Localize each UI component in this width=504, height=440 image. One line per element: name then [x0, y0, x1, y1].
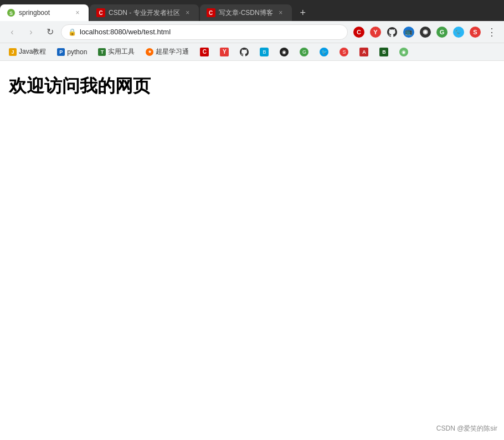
browser-chrome: S springboot × C CSDN - 专业开发者社区 × C 写文章-… — [0, 0, 504, 61]
ext-icon-dark[interactable]: ◉ — [418, 24, 433, 40]
bird-ext-icon: 🐦 — [453, 27, 464, 38]
csdn-ext-icon: C — [353, 27, 364, 38]
page-content: 欢迎访问我的网页 CSDN @爱笑的陈sir — [0, 61, 504, 440]
python-favicon: P — [57, 48, 65, 56]
reload-button[interactable]: ↻ — [42, 24, 58, 40]
green-ext-icon: G — [436, 27, 448, 38]
reload-icon: ↻ — [47, 27, 54, 37]
bookmark-github[interactable] — [235, 46, 253, 58]
chaoxing-icon: ★ — [146, 48, 153, 56]
forward-button[interactable]: › — [23, 24, 39, 40]
tab-bar: S springboot × C CSDN - 专业开发者社区 × C 写文章-… — [0, 0, 504, 21]
tab-csdn-close[interactable]: × — [183, 8, 192, 17]
back-button[interactable]: ‹ — [4, 24, 20, 40]
tv-ext-icon: 📺 — [403, 27, 414, 38]
tools-icon: T — [98, 48, 106, 56]
bookmark-tools[interactable]: T 实用工具 — [94, 45, 139, 58]
forward-icon: › — [29, 27, 32, 37]
menu-icon: ⋮ — [487, 26, 497, 38]
csdn-favicon-icon: C — [96, 8, 105, 17]
tab-csdn[interactable]: C CSDN - 专业开发者社区 × — [90, 4, 199, 21]
bookmark-b-green[interactable]: B — [375, 46, 393, 58]
bookmark-dark-circle[interactable]: ◉ — [275, 46, 293, 58]
chaoxing-favicon: ★ — [146, 48, 153, 56]
tab-write-close[interactable]: × — [276, 8, 285, 17]
bookmarks-bar: J Java教程 P python T 实用工具 ★ 超星学习通 C — [0, 43, 504, 61]
tab-write[interactable]: C 写文章-CSDN博客 × — [200, 4, 292, 21]
bm-red-icon: S — [340, 48, 348, 56]
bookmark-last-green[interactable]: ◉ — [395, 46, 413, 58]
bookmark-blue-bird[interactable]: 🐦 — [315, 46, 333, 58]
bookmark-python[interactable]: P python — [53, 46, 91, 58]
tab-write-title: 写文章-CSDN博客 — [219, 8, 273, 18]
python-icon: P — [57, 48, 65, 56]
bm-bird-icon: 🐦 — [320, 48, 328, 56]
ext-icon-bird[interactable]: 🐦 — [451, 24, 466, 40]
tab-springboot[interactable]: S springboot × — [0, 4, 89, 21]
bookmark-tools-label: 实用工具 — [108, 47, 135, 56]
bookmark-green-circle[interactable]: G — [295, 46, 313, 58]
bookmark-python-label: python — [67, 48, 87, 56]
bm-logo-a-icon: A — [359, 48, 368, 56]
bm-b-icon: B — [379, 48, 388, 56]
dark-ext-icon: ◉ — [420, 27, 431, 38]
java-favicon: J — [9, 48, 17, 56]
lock-icon: 🔒 — [68, 28, 76, 36]
bm-dark-icon: ◉ — [280, 48, 289, 56]
bookmark-chaoxing[interactable]: ★ 超星学习通 — [141, 45, 193, 58]
back-icon: ‹ — [11, 27, 13, 37]
bookmark-java[interactable]: J Java教程 — [4, 45, 50, 58]
bookmark-csdn-icon[interactable]: C — [196, 46, 213, 58]
bookmark-java-label: Java教程 — [19, 47, 46, 56]
bookmark-chaoxing-label: 超星学习通 — [156, 47, 189, 56]
bookmark-logo-a[interactable]: A — [355, 46, 373, 58]
yushu-ext-icon: Y — [370, 27, 381, 38]
springboot-favicon: S — [7, 8, 16, 17]
tools-favicon: T — [98, 48, 106, 56]
red-ext-icon: S — [470, 27, 481, 38]
new-tab-button[interactable]: + — [295, 5, 311, 20]
bm-green-icon: G — [300, 48, 308, 56]
tab-strip-extra: + — [293, 4, 504, 21]
ext-icon-red[interactable]: S — [467, 24, 483, 40]
bookmark-yushu[interactable]: Y — [215, 46, 233, 58]
java-icon: J — [9, 48, 17, 56]
write-favicon-icon: C — [207, 8, 215, 17]
ext-icon-github[interactable] — [384, 24, 400, 40]
address-text: localhost:8080/web/test.html — [80, 28, 171, 36]
bm-yushu-icon: Y — [220, 48, 229, 56]
bm-github-icon — [240, 48, 249, 56]
tab-springboot-close[interactable]: × — [73, 8, 82, 17]
bookmark-bilibili[interactable]: B — [255, 46, 273, 58]
bookmark-red-s[interactable]: S — [335, 46, 353, 58]
bm-bilibili-icon: B — [260, 48, 269, 56]
svg-text:S: S — [9, 11, 13, 16]
ext-icon-1[interactable]: C — [351, 24, 367, 40]
ext-icon-tv[interactable]: 📺 — [401, 24, 416, 40]
bm-csdn-icon: C — [200, 48, 209, 56]
csdn-favicon: C — [96, 8, 105, 17]
ext-icon-green[interactable]: G — [434, 24, 450, 40]
ext-icon-2[interactable]: Y — [368, 24, 383, 40]
page-heading: 欢迎访问我的网页 — [9, 74, 495, 99]
github-icon — [387, 27, 397, 37]
watermark: CSDN @爱笑的陈sir — [436, 424, 497, 433]
tab-csdn-title: CSDN - 专业开发者社区 — [109, 8, 180, 18]
toolbar-right: C Y 📺 ◉ G 🐦 S — [351, 24, 500, 40]
menu-button[interactable]: ⋮ — [484, 24, 500, 40]
address-bar[interactable]: 🔒 localhost:8080/web/test.html — [61, 24, 348, 40]
tab-springboot-title: springboot — [19, 9, 70, 17]
toolbar: ‹ › ↻ 🔒 localhost:8080/web/test.html C Y — [0, 21, 504, 43]
write-favicon: C — [207, 8, 215, 17]
bm-last-green-icon: ◉ — [399, 48, 408, 56]
